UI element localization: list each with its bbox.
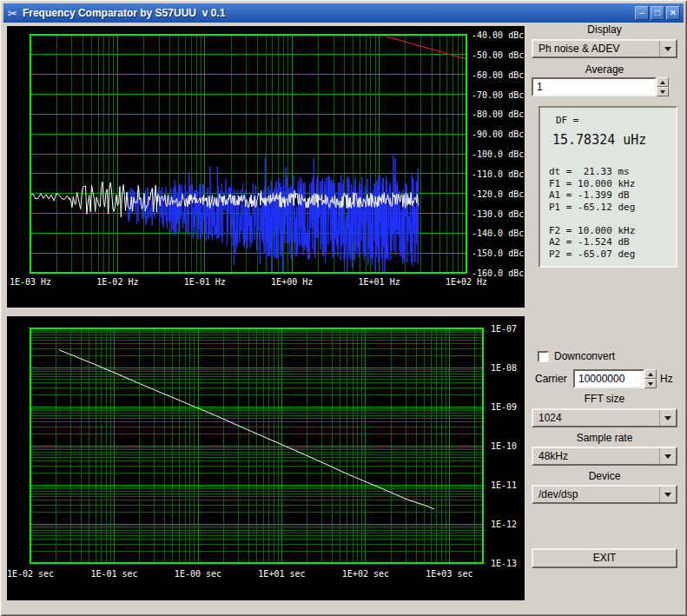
exit-button[interactable]: EXIT bbox=[532, 548, 677, 568]
down-arrow-icon bbox=[660, 90, 665, 94]
device-select[interactable]: /dev/dsp bbox=[532, 485, 677, 504]
measurement-info-panel: DF = 15.78324 uHz dt = 21.33 msF1 = 10.0… bbox=[538, 106, 677, 268]
y-tick-label: -50.00 dBc bbox=[472, 50, 524, 60]
y-tick-label: -60.00 dBc bbox=[472, 70, 524, 80]
x-tick-label: 1E+01 Hz bbox=[359, 277, 400, 287]
window-title: Frequency Comparator by S57UUU v 0.1 bbox=[23, 7, 225, 19]
carrier-spin-buttons bbox=[644, 369, 657, 388]
average-down-button[interactable] bbox=[657, 87, 669, 96]
down-arrow-icon bbox=[648, 382, 653, 386]
chevron-down-icon bbox=[659, 448, 676, 464]
y-tick-label: 1E-10 bbox=[491, 441, 517, 451]
y-tick-label: 1E-09 bbox=[491, 402, 517, 412]
sample-rate-select[interactable]: 48kHz bbox=[532, 447, 677, 466]
phase-noise-plot: 1E-03 Hz1E-02 Hz1E-01 Hz1E+00 Hz1E+01 Hz… bbox=[7, 26, 525, 308]
average-label: Average bbox=[532, 63, 677, 76]
carrier-unit-label: Hz bbox=[660, 373, 673, 385]
carrier-label: Carrier bbox=[535, 373, 567, 385]
x-tick-label: 1E-01 Hz bbox=[184, 277, 226, 287]
adev-plot: 1E-02 sec1E-01 sec1E-00 sec1E+01 sec1E+0… bbox=[7, 316, 525, 600]
y-tick-label: -120.0 dBc bbox=[472, 189, 524, 199]
y-tick-label: -100.0 dBc bbox=[472, 149, 524, 159]
y-tick-label: 1E-08 bbox=[491, 363, 517, 373]
average-input[interactable] bbox=[532, 77, 657, 96]
y-tick-label: 1E-13 bbox=[491, 559, 517, 568]
y-tick-label: -90.00 dBc bbox=[472, 129, 524, 139]
app-window: ✂ Frequency Comparator by S57UUU v 0.1 –… bbox=[0, 0, 687, 616]
up-arrow-icon bbox=[648, 373, 653, 376]
x-tick-label: 1E+03 sec bbox=[426, 569, 472, 579]
window-controls: – □ ✕ bbox=[635, 6, 680, 20]
close-button[interactable]: ✕ bbox=[666, 6, 680, 20]
x-tick-label: 1E-02 Hz bbox=[96, 277, 138, 287]
x-tick-label: 1E+02 Hz bbox=[446, 277, 487, 287]
average-up-button[interactable] bbox=[657, 77, 669, 87]
adev-canvas bbox=[7, 316, 525, 600]
info-lines: dt = 21.33 msF1 = 10.000 kHzA1 = -1.399 … bbox=[549, 166, 667, 260]
downconvert-row: Downconvert bbox=[538, 350, 615, 362]
info-line: P1 = -65.12 deg bbox=[549, 202, 667, 214]
carrier-input[interactable] bbox=[573, 369, 644, 388]
minimize-button[interactable]: – bbox=[635, 6, 649, 20]
average-spin-buttons bbox=[657, 77, 669, 96]
display-select-value: Ph noise & ADEV bbox=[533, 43, 659, 55]
y-tick-label: -130.0 dBc bbox=[472, 209, 524, 219]
info-line bbox=[549, 213, 667, 225]
sample-rate-label: Sample rate bbox=[532, 432, 677, 444]
downconvert-checkbox[interactable] bbox=[538, 351, 549, 362]
average-spinbox bbox=[532, 77, 669, 96]
carrier-up-button[interactable] bbox=[644, 369, 657, 379]
df-label: DF = bbox=[556, 115, 667, 126]
carrier-down-button[interactable] bbox=[644, 379, 657, 388]
display-select[interactable]: Ph noise & ADEV bbox=[532, 39, 677, 58]
up-arrow-icon bbox=[660, 81, 665, 84]
info-line: dt = 21.33 ms bbox=[549, 166, 667, 178]
y-tick-label: -70.00 dBc bbox=[472, 90, 524, 100]
fft-size-select[interactable]: 1024 bbox=[532, 408, 677, 427]
x-tick-label: 1E+00 Hz bbox=[271, 277, 313, 287]
device-value: /dev/dsp bbox=[533, 488, 659, 500]
info-line: F2 = 10.000 kHz bbox=[549, 225, 667, 237]
chevron-down-icon bbox=[659, 41, 676, 56]
y-tick-label: -40.00 dBc bbox=[472, 30, 524, 40]
chevron-down-icon bbox=[659, 410, 676, 426]
display-label: Display bbox=[532, 23, 677, 36]
info-line: A1 = -1.399 dB bbox=[549, 189, 667, 202]
phase-noise-canvas bbox=[7, 26, 525, 308]
x-tick-label: 1E-03 Hz bbox=[10, 277, 51, 287]
y-tick-label: -80.00 dBc bbox=[472, 109, 524, 119]
y-tick-label: -110.0 dBc bbox=[472, 169, 524, 179]
info-line: P2 = -65.07 deg bbox=[549, 248, 667, 261]
red-reference-line bbox=[386, 36, 466, 59]
x-tick-label: 1E+01 sec bbox=[258, 569, 305, 579]
info-line: F1 = 10.000 kHz bbox=[549, 178, 667, 190]
df-value: 15.78324 uHz bbox=[552, 132, 667, 148]
x-tick-label: 1E-01 sec bbox=[90, 569, 137, 579]
y-tick-label: 1E-12 bbox=[491, 520, 517, 529]
y-tick-label: -140.0 dBc bbox=[472, 229, 524, 238]
downconvert-label: Downconvert bbox=[554, 350, 615, 362]
info-line: A2 = -1.524 dB bbox=[549, 236, 667, 248]
y-tick-label: -160.0 dBc bbox=[472, 268, 524, 278]
y-tick-label: -150.0 dBc bbox=[472, 248, 524, 258]
y-tick-label: 1E-11 bbox=[491, 480, 517, 490]
maximize-button[interactable]: □ bbox=[651, 6, 664, 20]
x-tick-label: 1E-00 sec bbox=[175, 569, 221, 579]
carrier-spinbox bbox=[573, 369, 657, 388]
device-label: Device bbox=[532, 470, 677, 482]
titlebar[interactable]: ✂ Frequency Comparator by S57UUU v 0.1 –… bbox=[3, 3, 684, 23]
app-icon: ✂ bbox=[8, 8, 17, 19]
x-tick-label: 1E+02 sec bbox=[342, 569, 389, 579]
chevron-down-icon bbox=[659, 487, 676, 502]
x-tick-label: 1E-02 sec bbox=[7, 569, 54, 579]
sample-rate-value: 48kHz bbox=[533, 450, 659, 462]
fft-size-label: FFT size bbox=[532, 393, 677, 405]
fft-size-value: 1024 bbox=[533, 412, 659, 424]
y-tick-label: 1E-07 bbox=[491, 324, 517, 334]
